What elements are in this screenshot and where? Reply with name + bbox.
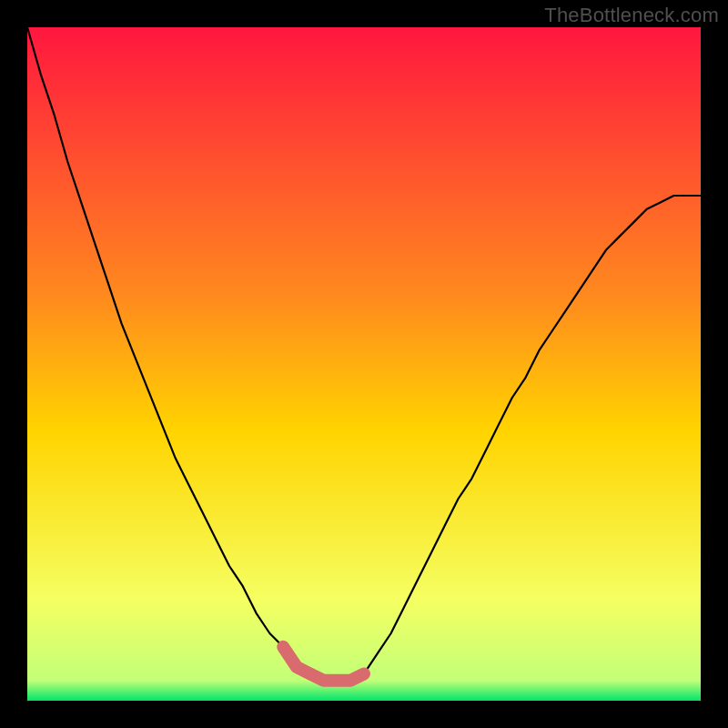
chart-svg	[27, 27, 701, 701]
plot-area	[27, 27, 701, 701]
watermark-text: TheBottleneck.com	[544, 4, 719, 27]
gradient-rect	[27, 27, 701, 701]
chart-frame: TheBottleneck.com	[0, 0, 728, 728]
